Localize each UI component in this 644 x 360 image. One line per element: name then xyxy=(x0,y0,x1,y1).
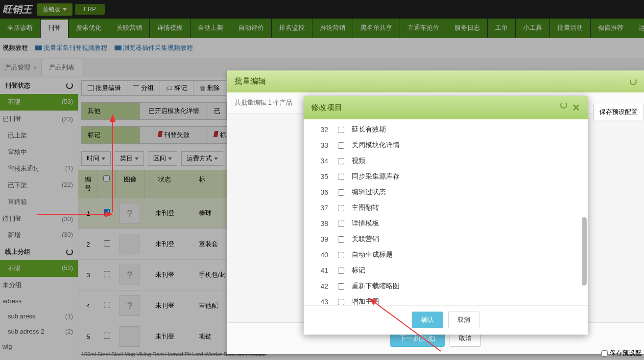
modify-item[interactable]: 32延长有效期 xyxy=(304,122,588,137)
refresh-icon[interactable] xyxy=(560,102,567,109)
item-label: 详情模板 xyxy=(352,219,379,228)
inner-modal-list[interactable]: 32延长有效期33关闭模块化详情34视频35同步采集源库存36编辑过状态37主图… xyxy=(304,119,588,305)
item-checkbox[interactable] xyxy=(338,127,344,133)
item-checkbox[interactable] xyxy=(338,299,344,305)
modify-item[interactable]: 33关闭模块化详情 xyxy=(304,137,588,153)
item-label: 关联营销 xyxy=(352,235,379,244)
modify-item[interactable]: 37主图翻转 xyxy=(304,200,588,216)
item-num: 35 xyxy=(313,173,328,180)
item-label: 视频 xyxy=(352,157,365,165)
item-num: 34 xyxy=(313,157,328,165)
item-label: 主图翻转 xyxy=(352,203,379,212)
scrollbar-thumb[interactable] xyxy=(582,217,587,286)
item-checkbox[interactable] xyxy=(338,236,344,243)
modify-item[interactable]: 36编辑过状态 xyxy=(304,184,588,200)
item-checkbox[interactable] xyxy=(338,174,344,180)
inner-modal-title: 修改项目 xyxy=(311,103,342,113)
item-label: 同步采集源库存 xyxy=(352,172,400,181)
inner-modal-actions: ✕ xyxy=(560,102,580,113)
modify-item[interactable]: 40自动生成标题 xyxy=(304,247,588,263)
item-num: 39 xyxy=(313,235,328,243)
item-checkbox[interactable] xyxy=(338,158,344,164)
item-checkbox[interactable] xyxy=(338,252,344,258)
item-num: 32 xyxy=(313,126,328,134)
svg-line-5 xyxy=(371,300,441,351)
item-num: 41 xyxy=(313,267,328,274)
item-checkbox[interactable] xyxy=(338,221,344,227)
item-num: 40 xyxy=(313,251,328,259)
close-icon[interactable]: ✕ xyxy=(572,102,580,113)
item-num: 43 xyxy=(313,298,328,305)
modify-item-modal: 修改项目 ✕ 32延长有效期33关闭模块化详情34视频35同步采集源库存36编辑… xyxy=(304,96,588,335)
save-preset-checkbox[interactable] xyxy=(601,350,608,357)
refresh-icon[interactable] xyxy=(630,78,637,85)
cancel-button[interactable]: 取消 xyxy=(448,312,479,328)
item-label: 重新下载缩略图 xyxy=(352,282,400,291)
item-checkbox[interactable] xyxy=(338,205,344,211)
modify-item[interactable]: 35同步采集源库存 xyxy=(304,169,588,184)
item-label: 编辑过状态 xyxy=(352,188,386,197)
item-checkbox[interactable] xyxy=(338,189,344,196)
annotation-arrow-3 xyxy=(367,297,446,358)
inner-modal-footer: 确认 取消 xyxy=(304,305,588,334)
item-num: 36 xyxy=(313,188,328,196)
save-preset-button[interactable]: 保存预设配置 xyxy=(593,104,644,120)
modify-item[interactable]: 39关联营销 xyxy=(304,231,588,247)
modify-item[interactable]: 42重新下载缩略图 xyxy=(304,278,588,294)
item-checkbox[interactable] xyxy=(338,142,344,149)
annotation-arrow-1 xyxy=(103,114,122,214)
modify-item[interactable]: 41标记 xyxy=(304,263,588,278)
modify-item[interactable]: 43增加主图 xyxy=(304,294,588,305)
item-label: 延长有效期 xyxy=(352,125,386,134)
annotation-arrow-2 xyxy=(37,209,115,221)
save-preset-checkbox-label[interactable]: 保存预设配 xyxy=(601,349,642,358)
item-num: 33 xyxy=(313,141,328,149)
batch-modal-header: 批量编辑 xyxy=(227,70,644,92)
modify-item[interactable]: 34视频 xyxy=(304,153,588,169)
item-label: 关闭模块化详情 xyxy=(352,141,400,150)
item-label: 自动生成标题 xyxy=(352,250,393,259)
modify-item[interactable]: 38详情模板 xyxy=(304,216,588,231)
item-num: 38 xyxy=(313,220,328,227)
item-checkbox[interactable] xyxy=(338,268,344,274)
item-label: 标记 xyxy=(352,266,365,275)
inner-modal-header: 修改项目 ✕ xyxy=(304,96,588,119)
item-num: 42 xyxy=(313,282,328,290)
batch-modal-title: 批量编辑 xyxy=(235,76,266,87)
item-num: 37 xyxy=(313,204,328,212)
item-checkbox[interactable] xyxy=(338,283,344,290)
